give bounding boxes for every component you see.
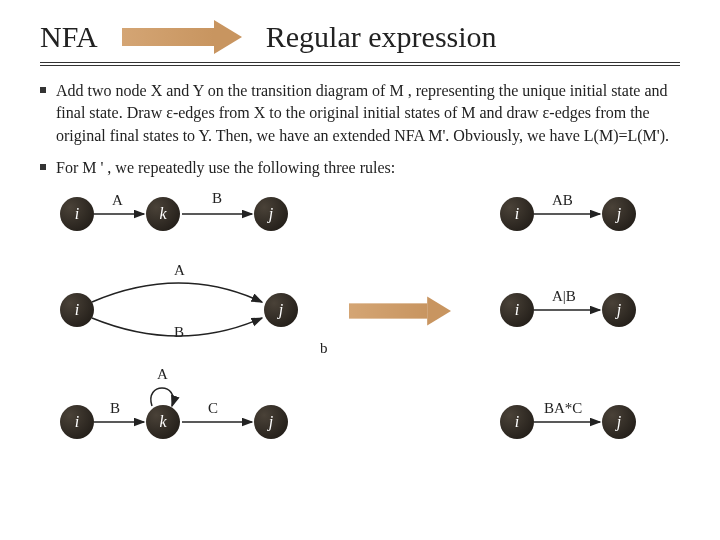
- node-r3-out-i: i: [500, 405, 534, 439]
- node-r3-out-j: j: [602, 405, 636, 439]
- bullet-marker-icon: [40, 87, 46, 93]
- node-r3-k: k: [146, 405, 180, 439]
- header-nfa: NFA: [40, 20, 98, 54]
- bullet-1: Add two node X and Y on the transition d…: [40, 80, 680, 147]
- label-r1-A: A: [112, 192, 123, 209]
- bullet-1-text: Add two node X and Y on the transition d…: [56, 80, 680, 147]
- label-r2-AorB: A|B: [552, 288, 576, 305]
- node-r2-out-i: i: [500, 293, 534, 327]
- label-r2-A: A: [174, 262, 185, 279]
- header: NFA Regular expression: [40, 20, 680, 66]
- node-r1-j: j: [254, 197, 288, 231]
- label-r2-extra-b: b: [320, 340, 328, 357]
- label-r3-BAstarC: BA*C: [544, 400, 582, 417]
- header-arrow-icon: [122, 24, 242, 50]
- diagram-arrows: [40, 190, 680, 470]
- node-r3-j: j: [254, 405, 288, 439]
- node-r1-out-i: i: [500, 197, 534, 231]
- label-r3-A: A: [157, 366, 168, 383]
- bullet-2-text: For M ' , we repeatedly use the followin…: [56, 157, 395, 179]
- slide: NFA Regular expression Add two node X an…: [0, 0, 720, 540]
- label-r3-C: C: [208, 400, 218, 417]
- label-r3-B: B: [110, 400, 120, 417]
- label-r1-AB: AB: [552, 192, 573, 209]
- node-r2-out-j: j: [602, 293, 636, 327]
- transform-arrow-icon: [349, 300, 451, 322]
- label-r1-B: B: [212, 190, 222, 207]
- header-regex: Regular expression: [266, 20, 497, 54]
- node-r3-i: i: [60, 405, 94, 439]
- bullet-marker-icon: [40, 164, 46, 170]
- bullet-2: For M ' , we repeatedly use the followin…: [40, 157, 680, 179]
- node-r2-i: i: [60, 293, 94, 327]
- diagram-area: i A k B j i AB j i A B j b i A|B j i B k…: [40, 190, 680, 470]
- node-r1-i: i: [60, 197, 94, 231]
- node-r1-out-j: j: [602, 197, 636, 231]
- node-r1-k: k: [146, 197, 180, 231]
- node-r2-j: j: [264, 293, 298, 327]
- label-r2-B: B: [174, 324, 184, 341]
